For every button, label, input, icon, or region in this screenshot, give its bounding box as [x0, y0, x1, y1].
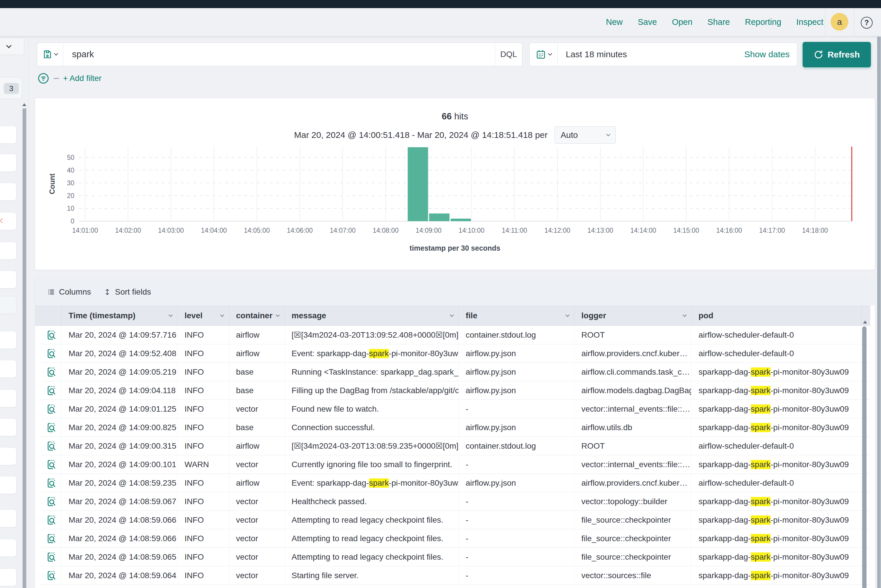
- query-language-button[interactable]: DQL: [495, 43, 522, 66]
- help-icon[interactable]: ?: [861, 17, 873, 28]
- column-header-message[interactable]: message: [285, 306, 459, 326]
- cell-level: INFO: [177, 511, 229, 529]
- cell-level: INFO: [177, 381, 229, 399]
- user-avatar[interactable]: a: [831, 13, 848, 31]
- expand-row-button[interactable]: [46, 477, 57, 489]
- collapsed-card[interactable]: [0, 154, 17, 172]
- expand-row-button[interactable]: [46, 551, 57, 563]
- cell-file: airflow.py.json: [459, 344, 574, 363]
- columns-button[interactable]: Columns: [47, 287, 91, 297]
- search-input[interactable]: spark: [63, 43, 495, 66]
- refresh-label: Refresh: [827, 50, 860, 60]
- collapsed-card[interactable]: [0, 242, 17, 260]
- cell-pod: sparkapp-dag-spark-pi-monitor-80y3uw09: [692, 455, 861, 474]
- nav-reporting[interactable]: Reporting: [745, 17, 781, 27]
- nav-new[interactable]: New: [606, 17, 623, 27]
- column-header-pod[interactable]: pod: [692, 306, 861, 326]
- expand-row-button[interactable]: [46, 570, 57, 581]
- cell-level: WARN: [177, 455, 229, 474]
- expand-row-button[interactable]: [46, 422, 57, 434]
- column-header-container[interactable]: container: [229, 306, 285, 326]
- table-row: Mar 20, 2024 @ 14:08:59.066INFOvectorAtt…: [41, 530, 870, 548]
- table-row: Mar 20, 2024 @ 14:08:59.065INFOvectorAtt…: [41, 548, 870, 566]
- columns-label: Columns: [59, 287, 91, 297]
- time-range-value[interactable]: Last 18 minutes: [558, 43, 744, 66]
- page-scrollbar[interactable]: [877, 37, 881, 588]
- calendar-button[interactable]: [529, 43, 558, 66]
- expand-cell: [41, 548, 62, 566]
- svg-text:14:15:00: 14:15:00: [674, 226, 699, 234]
- sidebar-scrollbar[interactable]: [23, 108, 26, 588]
- results-table-panel: Columns Sort fields Time (timestamp)leve…: [35, 278, 875, 588]
- cell-container: vector: [229, 492, 285, 510]
- expand-row-button[interactable]: [46, 366, 57, 378]
- sort-fields-button[interactable]: Sort fields: [104, 287, 151, 297]
- table-scrollbar[interactable]: [862, 326, 866, 588]
- histogram-bar[interactable]: [451, 219, 471, 221]
- collapsed-card[interactable]: [0, 183, 17, 201]
- expand-row-button[interactable]: [46, 514, 57, 526]
- cell-pod: sparkapp-dag-spark-pi-monitor-80y3uw09: [692, 511, 861, 529]
- collapsed-card[interactable]: ✕: [0, 212, 17, 230]
- expand-row-button[interactable]: [46, 348, 57, 359]
- collapsed-card[interactable]: [0, 447, 17, 465]
- collapsed-card[interactable]: [0, 331, 17, 349]
- table-row: Mar 20, 2024 @ 14:08:59.235INFOairflowEv…: [41, 474, 870, 492]
- svg-text:30: 30: [67, 179, 74, 187]
- table-row: Mar 20, 2024 @ 14:08:59.067INFOvectorHea…: [41, 492, 870, 511]
- nav-open[interactable]: Open: [672, 17, 692, 27]
- expand-cell: [41, 492, 62, 510]
- cell-logger: ROOT: [574, 326, 692, 344]
- histogram-bar[interactable]: [408, 147, 428, 221]
- cell-message: Running <TaskInstance: sparkapp_dag.spar…: [285, 363, 459, 381]
- nav-share[interactable]: Share: [707, 17, 730, 27]
- collapsed-card[interactable]: [0, 360, 17, 378]
- selected-fields-box[interactable]: 3: [0, 77, 22, 99]
- expand-row-button[interactable]: [46, 496, 57, 507]
- expand-row-button[interactable]: [46, 440, 57, 452]
- nav-separator: [854, 8, 854, 36]
- column-header-level[interactable]: level: [177, 306, 229, 326]
- collapsed-card[interactable]: [0, 476, 17, 494]
- collapsed-card[interactable]: [0, 539, 17, 557]
- cell-level: INFO: [177, 492, 229, 510]
- cell-file: -: [459, 400, 574, 418]
- collapsed-card[interactable]: [0, 126, 17, 144]
- column-header-file[interactable]: file: [459, 306, 574, 326]
- expand-cell: [41, 530, 62, 548]
- cell-pod: sparkapp-dag-spark-pi-monitor-80y3uw09: [692, 566, 861, 585]
- collapsed-card[interactable]: [0, 389, 17, 407]
- histogram-chart[interactable]: 0102030405014:01:0014:02:0014:03:0014:04…: [50, 144, 874, 261]
- cell-logger: file_source::checkpointer: [574, 530, 692, 548]
- cell-file: container.stdout.log: [459, 326, 574, 344]
- cell-pod: sparkapp-dag-spark-pi-monitor-80y3uw09: [692, 530, 861, 548]
- expand-row-button[interactable]: [46, 385, 57, 396]
- filter-icon[interactable]: [37, 72, 50, 85]
- column-header-logger[interactable]: logger: [574, 306, 692, 326]
- table-row: Mar 20, 2024 @ 14:09:57.716INFOairflow[☒…: [41, 326, 870, 344]
- show-dates-button[interactable]: Show dates: [744, 43, 797, 66]
- expand-row-button[interactable]: [46, 459, 57, 470]
- collapsed-card[interactable]: [0, 418, 17, 436]
- cell-message: [☒[34m2024-03-20T13:08:59.235+0000☒[0m] …: [285, 437, 459, 455]
- chevron-down-icon: [6, 43, 11, 48]
- svg-text:14:02:00: 14:02:00: [115, 226, 141, 234]
- refresh-button[interactable]: Refresh: [803, 42, 871, 68]
- add-filter-button[interactable]: + Add filter: [63, 74, 102, 83]
- collapsed-card[interactable]: [0, 509, 17, 527]
- nav-inspect[interactable]: Inspect: [796, 17, 824, 27]
- collapsed-card[interactable]: [0, 271, 17, 288]
- histogram-bar[interactable]: [429, 214, 450, 222]
- nav-save[interactable]: Save: [638, 17, 657, 27]
- save-query-button[interactable]: [37, 43, 63, 66]
- cell-time: Mar 20, 2024 @ 14:08:59.235: [62, 474, 177, 492]
- expand-row-button[interactable]: [46, 403, 57, 415]
- expand-row-button[interactable]: [46, 329, 57, 341]
- collapsed-card[interactable]: [0, 568, 17, 586]
- column-header-time[interactable]: Time (timestamp): [62, 306, 177, 326]
- cell-logger: vector::internal_events::file::…: [574, 455, 692, 474]
- collapse-sidebar-button[interactable]: [0, 38, 24, 55]
- expand-row-button[interactable]: [46, 533, 57, 544]
- collapsed-card[interactable]: [0, 296, 17, 314]
- interval-select[interactable]: Auto: [555, 126, 616, 144]
